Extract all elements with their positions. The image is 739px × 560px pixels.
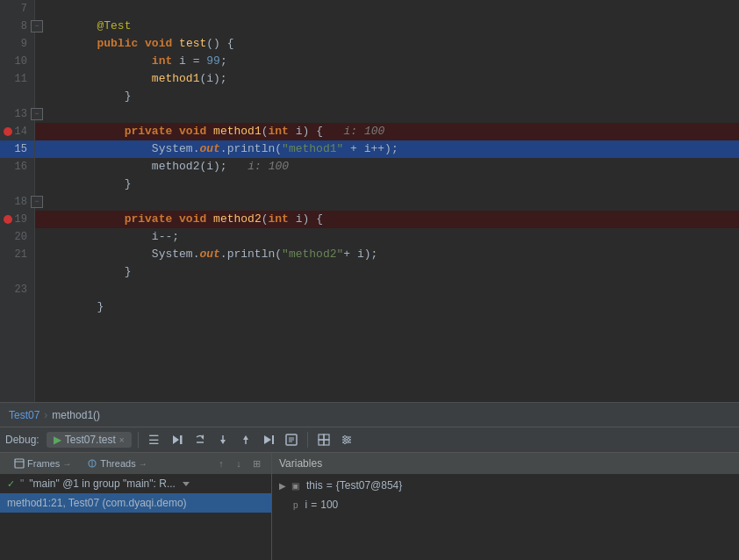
thread-quote-icon: ": [20, 477, 24, 490]
fold-icon-13[interactable]: −: [31, 108, 43, 120]
fold-icon-18[interactable]: −: [31, 196, 43, 208]
bottom-panels: Frames → Threads → ↑ ↓ ⊞: [0, 453, 739, 560]
breadcrumb-separator: ›: [44, 409, 47, 421]
line-num-empty1: [0, 88, 34, 105]
left-panel-header: Frames → Threads → ↑ ↓ ⊞: [0, 453, 271, 474]
fold-icon-8[interactable]: −: [31, 20, 43, 32]
frames-tab[interactable]: Frames →: [7, 457, 78, 470]
editor-empty-space: [35, 316, 739, 402]
debug-btn-restore[interactable]: [314, 430, 334, 449]
thread-frames-list: ✓ " "main" @1 in group "main": R... meth…: [0, 474, 271, 560]
line-num-20: 20: [0, 228, 34, 246]
frame-label: method1:21, Test07 (com.dyaqi.demo): [7, 497, 187, 509]
line-num-19[interactable]: 19: [0, 211, 34, 228]
svg-marker-8: [264, 435, 271, 444]
thread-item[interactable]: ✓ " "main" @1 in group "main": R...: [0, 474, 271, 493]
code-line-7: @Test: [35, 0, 739, 18]
breakpoint-dot-14: [4, 127, 12, 136]
line-num-10: 10: [0, 53, 34, 70]
threads-tab-label: Threads: [100, 458, 135, 469]
frames-tab-label: Frames: [27, 458, 60, 469]
debug-btn-evaluate[interactable]: [282, 430, 301, 449]
svg-rect-1: [180, 435, 183, 444]
svg-marker-0: [173, 435, 179, 444]
code-lines: @Test public void test() { int i = 99; m…: [35, 0, 739, 402]
code-line-8: public void test() {: [35, 18, 739, 35]
left-panel-buttons: ↑ ↓ ⊞: [213, 456, 264, 471]
i-type-icon: p: [293, 500, 298, 510]
line-num-16: 16: [0, 158, 34, 176]
line-num-23: 23: [0, 281, 34, 298]
line-num-11: 11: [0, 70, 34, 88]
var-name-this: this: [306, 479, 323, 492]
line-num-24: [0, 298, 34, 316]
svg-rect-17: [324, 440, 329, 445]
debug-btn-settings[interactable]: [337, 430, 356, 449]
svg-point-22: [347, 439, 349, 442]
expand-arrow-this: ▶: [279, 481, 286, 491]
debug-btn-step-into[interactable]: [213, 430, 233, 449]
line-num-empty2: [0, 176, 34, 193]
debug-btn-step-over[interactable]: [190, 430, 210, 449]
debug-toolbar: Debug: ▶ Test07.test × ☰: [0, 427, 739, 453]
editor-area: 7 8 − 9 10 11: [0, 0, 739, 402]
debug-label: Debug:: [5, 434, 39, 446]
debug-tab-icon: ▶: [54, 434, 61, 446]
code-line-empty1: [35, 88, 739, 105]
frames-tab-arrow: →: [62, 459, 71, 469]
code-line-empty2: [35, 176, 739, 193]
var-val-this: {Test07@854}: [336, 479, 403, 492]
svg-point-21: [343, 436, 346, 439]
left-panel-up-btn[interactable]: ↑: [213, 456, 229, 471]
check-icon: ✓: [7, 478, 15, 490]
debug-tab-label: Test07.test: [65, 434, 116, 446]
svg-rect-16: [319, 440, 324, 445]
this-type-icon: ▣: [291, 481, 299, 491]
svg-marker-2: [201, 434, 204, 440]
line-numbers: 7 8 − 9 10 11: [0, 0, 34, 316]
breadcrumb-method: method1(): [52, 409, 100, 421]
var-name-i: i: [305, 499, 308, 511]
variables-label: Variables: [279, 457, 322, 470]
svg-marker-5: [220, 440, 226, 444]
left-panel-filter-btn[interactable]: ⊞: [248, 456, 264, 471]
svg-marker-7: [243, 435, 248, 440]
line-num-8: 8 −: [0, 18, 34, 35]
debug-btn-step-out[interactable]: [236, 430, 255, 449]
thread-label: "main" @1 in group "main": R...: [29, 477, 176, 490]
frame-item[interactable]: method1:21, Test07 (com.dyaqi.demo): [0, 493, 271, 513]
line-num-15: 15: [0, 140, 34, 158]
panel-content: Frames → Threads → ↑ ↓ ⊞: [0, 453, 739, 560]
debug-tab[interactable]: ▶ Test07.test ×: [47, 432, 132, 448]
toolbar-separator-2: [307, 432, 308, 448]
svg-point-23: [343, 442, 346, 444]
code-line-13: private void method1(int i) { i: 100: [35, 105, 739, 123]
var-item-i[interactable]: p i = 100: [272, 495, 739, 514]
line-num-22: [0, 263, 34, 281]
breadcrumb-file[interactable]: Test07: [9, 409, 39, 421]
var-val-i: 100: [320, 499, 338, 511]
line-num-18: 18 −: [0, 193, 34, 211]
svg-marker-28: [183, 482, 190, 486]
line-num-14[interactable]: 14: [0, 123, 34, 140]
breakpoint-dot-19: [4, 215, 12, 224]
threads-tab-arrow: →: [139, 459, 147, 469]
code-line-18: private void method2(int i) {: [35, 193, 739, 211]
line-num-21: 21: [0, 246, 34, 263]
debug-tab-close[interactable]: ×: [119, 435, 125, 445]
threads-tab[interactable]: Threads →: [80, 457, 154, 470]
svg-rect-24: [15, 459, 24, 468]
var-item-this[interactable]: ▶ ▣ this = {Test07@854}: [272, 476, 739, 495]
line-num-7: 7: [0, 0, 34, 18]
gutter: 7 8 − 9 10 11: [0, 0, 35, 402]
right-panel: Variables ▶ ▣ this = {Test07@854} p i = …: [272, 453, 739, 560]
debug-btn-resume[interactable]: [168, 430, 187, 449]
code-line-24: [35, 298, 739, 316]
line-num-13: 13 −: [0, 105, 34, 123]
left-panel-down-btn[interactable]: ↓: [231, 456, 247, 471]
debug-btn-menu[interactable]: ☰: [145, 430, 164, 449]
debug-btn-run-to-cursor[interactable]: [259, 430, 278, 449]
svg-rect-15: [324, 434, 329, 440]
code-line-22: [35, 263, 739, 281]
right-panel-header: Variables: [272, 453, 739, 474]
